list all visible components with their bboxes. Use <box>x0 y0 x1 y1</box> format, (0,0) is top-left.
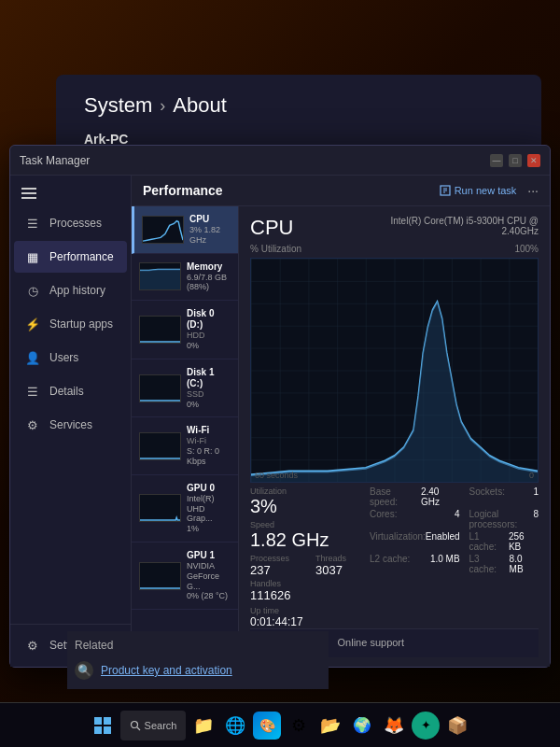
graph-label-0: 0 <box>529 471 534 480</box>
details-icon: ☰ <box>25 384 40 399</box>
perf-nav-wifi[interactable]: Wi-Fi Wi-Fi S: 0 R: 0 Kbps <box>132 417 238 474</box>
taskbar-browser1[interactable]: 🌐 <box>221 712 249 740</box>
disk0-nav-info: Disk 0 (D:) HDD 0% <box>187 308 231 351</box>
cpu-stats-left: Utilization 3% Speed 1.82 GHz Processes <box>250 486 362 628</box>
svg-rect-12 <box>94 717 102 725</box>
sockets-value: 1 <box>533 486 539 507</box>
settings-icon: ⚙ <box>25 638 40 653</box>
disk1-nav-info: Disk 1 (C:) SSD 0% <box>187 367 231 410</box>
graph-label-60s: 60 seconds <box>255 471 298 480</box>
processes-label: Processes <box>250 554 297 563</box>
sidebar-item-processes[interactable]: ☰ Processes <box>14 207 127 239</box>
hamburger-icon[interactable] <box>21 188 36 199</box>
svg-rect-13 <box>104 717 111 725</box>
virtualization-stat: Virtualization: Enabled <box>370 531 460 552</box>
desktop: System › About Ark-PC HP Pavilion Gaming… <box>0 0 560 747</box>
sidebar-item-performance[interactable]: ▦ Performance <box>14 241 127 273</box>
gpu1-nav-pct: 0% (28 °C) <box>187 591 231 601</box>
window-title: Task Manager <box>20 154 90 167</box>
memory-nav-label: Memory <box>187 261 231 273</box>
sidebar-item-app-history[interactable]: ◷ App history <box>14 275 127 306</box>
breadcrumb-arrow: › <box>160 96 165 116</box>
performance-icon: ▦ <box>25 249 40 264</box>
perf-nav-memory[interactable]: Memory 6.9/7.8 GB (88%) <box>132 254 238 302</box>
gpu1-nav-value: NVIDIA GeForce G... <box>187 561 231 591</box>
gpu0-nav-pct: 1% <box>187 524 231 534</box>
task-manager-window: Task Manager — □ ✕ ☰ Processes <box>9 145 551 668</box>
svg-point-16 <box>131 721 137 727</box>
taskbar-firefox[interactable]: 🦊 <box>380 712 408 740</box>
svg-rect-14 <box>94 726 102 734</box>
run-new-task-label: Run new task <box>455 185 517 196</box>
sidebar-item-startup[interactable]: ⚡ Startup apps <box>14 308 127 340</box>
taskbar-folder[interactable]: 📂 <box>316 712 344 740</box>
sidebar-item-users[interactable]: 👤 Users <box>14 342 127 374</box>
l3-cache-stat: L3 cache: 8.0 MB <box>469 554 539 574</box>
related-section: Related 🔍 Product key and activation <box>67 631 329 689</box>
l1-cache-stat: L1 cache: 256 KB <box>469 531 539 552</box>
gpu1-mini-chart <box>139 562 181 590</box>
taskbar-extra[interactable]: 📦 <box>443 712 471 740</box>
logical-proc-label: Logical processors: <box>469 509 534 529</box>
perf-nav-gpu1[interactable]: GPU 1 NVIDIA GeForce G... 0% (28 °C) <box>132 543 238 610</box>
cpu-stats-right: Base speed: 2.40 GHz Sockets: 1 Cores: 4 <box>370 486 539 628</box>
utilization-value: 3% <box>250 496 362 516</box>
perf-nav-disk0[interactable]: Disk 0 (D:) HDD 0% <box>132 301 238 359</box>
threads-value: 3037 <box>315 563 362 577</box>
handles-stat: Handles 111626 <box>250 579 362 602</box>
svg-rect-10 <box>251 259 538 482</box>
l2-cache-value: 1.0 MB <box>430 554 460 574</box>
taskbar-edge[interactable]: 🌍 <box>348 712 376 740</box>
taskbar-ai[interactable]: ✦ <box>412 712 440 740</box>
util-label-text: % Utilization <box>250 244 301 254</box>
memory-nav-info: Memory 6.9/7.8 GB (88%) <box>187 261 231 293</box>
perf-nav-disk1[interactable]: Disk 1 (C:) SSD 0% <box>132 359 238 418</box>
titlebar: Task Manager — □ ✕ <box>10 146 550 176</box>
users-icon: 👤 <box>25 350 40 365</box>
sidebar-label-startup: Startup apps <box>49 317 113 331</box>
sidebar-item-details[interactable]: ☰ Details <box>14 375 127 407</box>
product-key-link[interactable]: Product key and activation <box>101 664 232 677</box>
processes-threads-stat: Processes 237 Threads 3037 <box>250 554 362 577</box>
perf-content: CPU 3% 1.82 GHz <box>132 206 550 667</box>
perf-nav-gpu0[interactable]: GPU 0 Intel(R) UHD Grap... 1% <box>132 475 238 543</box>
base-speed-value: 2.40 GHz <box>421 486 460 507</box>
cpu-util-label: % Utilization 100% <box>250 244 539 254</box>
sidebar-item-services[interactable]: ⚙ Services <box>14 409 127 441</box>
handles-label: Handles <box>250 579 362 588</box>
taskbar-search[interactable]: Search <box>120 711 187 740</box>
maximize-button[interactable]: □ <box>509 154 522 167</box>
wifi-mini-chart <box>139 432 181 460</box>
perf-nav-cpu[interactable]: CPU 3% 1.82 GHz <box>132 206 238 254</box>
l1-cache-value: 256 KB <box>509 531 539 552</box>
related-heading: Related <box>75 635 321 655</box>
cpu-detail-panel: CPU Intel(R) Core(TM) i5-9300H CPU @ 2.4… <box>239 206 550 667</box>
cpu-graph: 60 seconds 0 <box>250 258 539 483</box>
start-button[interactable] <box>89 712 117 740</box>
processes-icon: ☰ <box>25 216 40 231</box>
processes-value: 237 <box>250 563 297 577</box>
wifi-nav-label: Wi-Fi <box>187 425 231 436</box>
gpu1-nav-info: GPU 1 NVIDIA GeForce G... 0% (28 °C) <box>187 550 231 601</box>
gpu0-nav-info: GPU 0 Intel(R) UHD Grap... 1% <box>187 483 231 534</box>
svg-rect-7 <box>140 495 180 521</box>
memory-nav-value: 6.9/7.8 GB (88%) <box>187 273 231 293</box>
cpu-nav-label: CPU <box>189 214 231 225</box>
taskbar-settings[interactable]: ⚙ <box>285 712 313 740</box>
breadcrumb-system[interactable]: System <box>84 93 152 118</box>
cores-stat: Cores: 4 <box>370 509 460 529</box>
minimize-button[interactable]: — <box>490 154 503 167</box>
taskbar-paint[interactable]: 🎨 <box>253 712 281 740</box>
gpu0-nav-value: Intel(R) UHD Grap... <box>187 494 231 524</box>
disk0-nav-label: Disk 0 (D:) <box>187 308 231 331</box>
cpu-model: Intel(R) Core(TM) i5-9300H CPU @ 2.40GHz <box>352 216 539 236</box>
taskbar-file-explorer[interactable]: 📁 <box>189 712 217 740</box>
utilization-label: Utilization <box>250 486 362 496</box>
more-button[interactable]: ··· <box>527 183 539 198</box>
logical-proc-value: 8 <box>533 509 539 529</box>
tab-online-support[interactable]: Online support <box>325 629 418 657</box>
cores-value: 4 <box>455 509 460 529</box>
run-new-task-button[interactable]: Run new task <box>440 185 517 196</box>
close-button[interactable]: ✕ <box>527 154 540 167</box>
related-item-product-key[interactable]: 🔍 Product key and activation <box>75 655 321 685</box>
